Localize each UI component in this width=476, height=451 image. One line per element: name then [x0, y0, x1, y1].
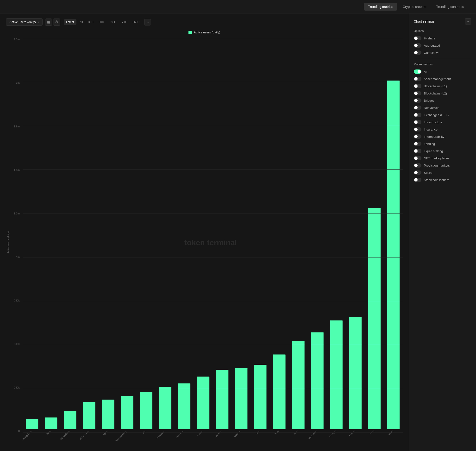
toggle-bridges[interactable] [414, 98, 421, 103]
toggle-pct-share[interactable] [414, 36, 421, 40]
sector-label-bridges: Bridges [424, 99, 434, 102]
toggle-cumulative[interactable] [414, 50, 421, 55]
sector-label-asset-management: Asset management [424, 77, 451, 81]
sector-label-derivatives: Derivatives [424, 106, 439, 110]
side-panel: Chart settings → Options % shareAggregat… [409, 13, 476, 451]
toggle-blockchains-l2[interactable] [414, 91, 421, 95]
bars-area: token terminal_ Uniswap LabsBlastOP Main… [23, 38, 403, 447]
toggle-derivatives[interactable] [414, 106, 421, 110]
chart-inner: Active users (daily) 2.3m2m1.8m1.5m1.3m1… [6, 38, 403, 447]
toggle-stablecoin-issuers[interactable] [414, 178, 421, 182]
y-label: 1.5m [14, 169, 20, 171]
time-btn-30d[interactable]: 30D [86, 19, 96, 25]
nav-btn-crypto-screener[interactable]: Crypto screener [398, 3, 431, 11]
more-options-button[interactable]: ··· [144, 19, 151, 25]
grid-line [23, 169, 403, 170]
y-label: 0 [18, 430, 20, 432]
time-btn-365d[interactable]: 365D [130, 19, 142, 25]
toggle-label-aggregated: Aggregated [424, 44, 440, 47]
bar-chart-icon[interactable]: ▦ [45, 19, 52, 26]
sector-label-all: All [424, 70, 427, 74]
time-btn-90d[interactable]: 90D [96, 19, 106, 25]
toggle-lending[interactable] [414, 142, 421, 146]
time-btn-ytd[interactable]: YTD [119, 19, 130, 25]
legend-label: Active users (daily) [194, 31, 220, 34]
toggle-insurance[interactable] [414, 127, 421, 132]
nav-btn-trending-contracts[interactable]: Trending contracts [432, 3, 468, 11]
toggle-exchanges-dex[interactable] [414, 113, 421, 117]
sector-label-lending: Lending [424, 142, 435, 146]
toolbar-icons: ▦ ⏱ [45, 19, 60, 26]
time-btn-180d[interactable]: 180D [107, 19, 119, 25]
y-axis-label: Active users (daily) [6, 38, 11, 447]
toggle-nft-marketplaces[interactable] [414, 156, 421, 160]
legend-color [188, 31, 192, 34]
sector-label-stablecoin-issuers: Stablecoin issuers [424, 178, 449, 182]
y-label: 250k [14, 386, 20, 389]
grid-line [23, 389, 403, 389]
chart-container: Active users (daily) Active users (daily… [6, 31, 403, 447]
sectors-section-title: Market sectors [414, 63, 471, 66]
sector-label-social: Social [424, 171, 432, 175]
options-section-title: Options [414, 29, 471, 33]
sector-row-liquid-staking: Liquid staking [414, 149, 471, 153]
y-labels: 2.3m2m1.8m1.5m1.3m1m750k500k250k0 [11, 38, 23, 447]
sector-row-blockchains-l1: Blockchains (L1) [414, 84, 471, 88]
grid-line [23, 213, 403, 213]
sector-row-social: Social [414, 170, 471, 175]
grid-line [23, 126, 403, 126]
y-label: 1.8m [14, 125, 20, 128]
sector-row-prediction-markets: Prediction markets [414, 163, 471, 168]
sectors-toggles: AllAsset managementBlockchains (L1)Block… [414, 69, 471, 182]
grid-line [23, 82, 403, 82]
toggle-social[interactable] [414, 170, 421, 175]
sector-row-blockchains-l2: Blockchains (L2) [414, 91, 471, 95]
panel-title: Chart settings [414, 19, 434, 23]
section-divider [414, 59, 471, 59]
grid-and-bars: 2.3m2m1.8m1.5m1.3m1m750k500k250k0 token … [11, 38, 403, 447]
sector-label-nft-marketplaces: NFT marketplaces [424, 157, 449, 160]
history-icon[interactable]: ⏱ [53, 19, 60, 26]
sector-label-infrastructure: Infrastructure [424, 120, 442, 124]
toggle-label-pct-share: % share [424, 37, 435, 40]
metric-select[interactable]: Active users (daily) ▾ [6, 18, 43, 26]
toggle-prediction-markets[interactable] [414, 163, 421, 168]
y-label: 750k [14, 299, 20, 302]
toggle-label-cumulative: Cumulative [424, 51, 439, 55]
sector-row-infrastructure: Infrastructure [414, 120, 471, 124]
sector-row-stablecoin-issuers: Stablecoin issuers [414, 178, 471, 182]
toggle-infrastructure[interactable] [414, 120, 421, 124]
toggle-blockchains-l1[interactable] [414, 84, 421, 88]
sector-row-derivatives: Derivatives [414, 106, 471, 110]
grid-line [23, 345, 403, 345]
grid-line [23, 257, 403, 257]
metric-label: Active users (daily) [9, 20, 36, 24]
toggle-interoperability[interactable] [414, 134, 421, 139]
time-buttons: Latest7D30D90D180DYTD365D [64, 19, 142, 25]
panel-header: Chart settings → [414, 18, 471, 25]
grid-lines [23, 38, 403, 432]
option-row-cumulative: Cumulative [414, 50, 471, 55]
sector-row-all: All [414, 69, 471, 74]
option-row-aggregated: Aggregated [414, 43, 471, 48]
sector-label-interoperability: Interoperability [424, 135, 444, 138]
sector-label-blockchains-l1: Blockchains (L1) [424, 84, 447, 88]
chart-legend: Active users (daily) [6, 31, 403, 34]
toggle-asset-management[interactable] [414, 77, 421, 81]
options-toggles: % shareAggregatedCumulative [414, 36, 471, 55]
sector-row-nft-marketplaces: NFT marketplaces [414, 156, 471, 160]
toolbar: Active users (daily) ▾ ▦ ⏱ Latest7D30D90… [6, 18, 403, 26]
y-label: 1.3m [14, 212, 20, 215]
toggle-aggregated[interactable] [414, 43, 421, 48]
chart-area: Active users (daily) ▾ ▦ ⏱ Latest7D30D90… [0, 13, 409, 451]
grid-line [23, 38, 403, 38]
top-nav: Trending metricsCrypto screenerTrending … [0, 0, 476, 13]
time-btn-7d[interactable]: 7D [77, 19, 85, 25]
toggle-liquid-staking[interactable] [414, 149, 421, 153]
nav-btn-trending-metrics[interactable]: Trending metrics [364, 3, 397, 11]
collapse-button[interactable]: → [465, 18, 471, 25]
chevron-down-icon: ▾ [38, 21, 39, 23]
sector-label-liquid-staking: Liquid staking [424, 149, 443, 153]
toggle-all[interactable] [414, 69, 421, 74]
time-btn-latest[interactable]: Latest [64, 19, 76, 25]
